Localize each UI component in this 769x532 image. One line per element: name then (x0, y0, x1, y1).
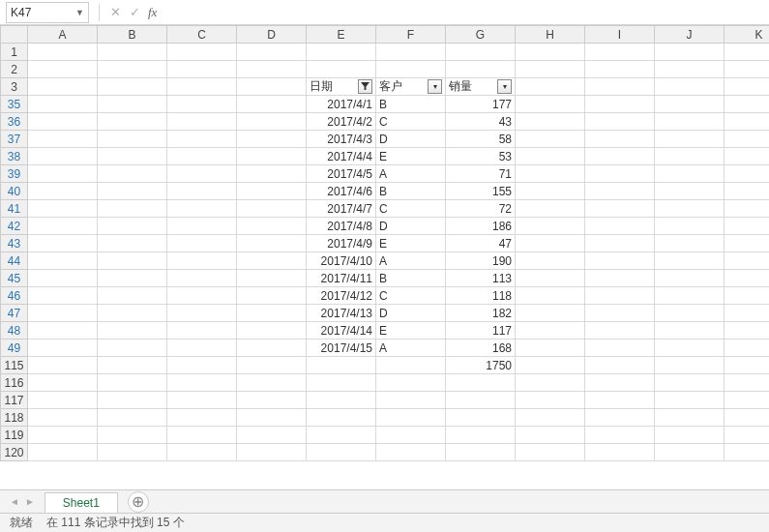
cell-C46[interactable] (167, 287, 237, 305)
cell-B116[interactable] (98, 374, 167, 392)
cell-A119[interactable] (28, 427, 98, 444)
cell-G39[interactable]: 71 (446, 165, 516, 183)
cell-E37[interactable]: 2017/4/3 (307, 131, 376, 148)
cell-B43[interactable] (98, 235, 167, 252)
cell-F117[interactable] (376, 392, 446, 409)
row-header-38[interactable]: 38 (1, 148, 28, 165)
cell-H1[interactable] (516, 44, 585, 61)
cell-E1[interactable] (307, 44, 376, 61)
cell-D118[interactable] (237, 409, 307, 427)
cell-B40[interactable] (98, 183, 167, 200)
cell-J116[interactable] (655, 374, 725, 392)
cell-F38[interactable]: E (376, 148, 446, 165)
cell-D116[interactable] (237, 374, 307, 392)
cell-G2[interactable] (446, 61, 516, 78)
cell-J38[interactable] (655, 148, 725, 165)
row-header-44[interactable]: 44 (1, 252, 28, 270)
cell-C44[interactable] (167, 252, 237, 270)
cell-K115[interactable] (725, 357, 770, 374)
cell-H41[interactable] (516, 200, 585, 218)
cell-K47[interactable] (725, 305, 770, 322)
cell-H36[interactable] (516, 113, 585, 131)
cell-E39[interactable]: 2017/4/5 (307, 165, 376, 183)
cell-D47[interactable] (237, 305, 307, 322)
cell-H116[interactable] (516, 374, 585, 392)
cell-H45[interactable] (516, 270, 585, 287)
cell-K118[interactable] (725, 409, 770, 427)
row-header-35[interactable]: 35 (1, 96, 28, 113)
cell-B39[interactable] (98, 165, 167, 183)
cell-G119[interactable] (446, 427, 516, 444)
cell-K39[interactable] (725, 165, 770, 183)
cell-F37[interactable]: D (376, 131, 446, 148)
cell-F47[interactable]: D (376, 305, 446, 322)
cell-E2[interactable] (307, 61, 376, 78)
cell-F115[interactable] (376, 357, 446, 374)
cell-G38[interactable]: 53 (446, 148, 516, 165)
cell-C117[interactable] (167, 392, 237, 409)
spreadsheet-grid[interactable]: ABCDEFGHIJK123日期客户▾销量▾352017/4/1B1773620… (0, 25, 769, 489)
cell-A47[interactable] (28, 305, 98, 322)
cell-I115[interactable] (585, 357, 655, 374)
cell-B37[interactable] (98, 131, 167, 148)
cell-D48[interactable] (237, 322, 307, 340)
cell-J44[interactable] (655, 252, 725, 270)
cell-B49[interactable] (98, 340, 167, 357)
col-header-I[interactable]: I (585, 26, 655, 44)
cell-K117[interactable] (725, 392, 770, 409)
cell-H42[interactable] (516, 218, 585, 235)
cell-B42[interactable] (98, 218, 167, 235)
row-header-40[interactable]: 40 (1, 183, 28, 200)
cell-D41[interactable] (237, 200, 307, 218)
cell-D120[interactable] (237, 444, 307, 461)
cell-E118[interactable] (307, 409, 376, 427)
cell-F2[interactable] (376, 61, 446, 78)
cell-J35[interactable] (655, 96, 725, 113)
cell-H115[interactable] (516, 357, 585, 374)
cell-D38[interactable] (237, 148, 307, 165)
cell-H46[interactable] (516, 287, 585, 305)
cell-I48[interactable] (585, 322, 655, 340)
col-header-F[interactable]: F (376, 26, 446, 44)
cell-G47[interactable]: 182 (446, 305, 516, 322)
cell-J117[interactable] (655, 392, 725, 409)
cell-I119[interactable] (585, 427, 655, 444)
cell-F1[interactable] (376, 44, 446, 61)
cell-C1[interactable] (167, 44, 237, 61)
cell-B119[interactable] (98, 427, 167, 444)
cell-F118[interactable] (376, 409, 446, 427)
cell-B117[interactable] (98, 392, 167, 409)
cell-E42[interactable]: 2017/4/8 (307, 218, 376, 235)
cell-H37[interactable] (516, 131, 585, 148)
cell-H40[interactable] (516, 183, 585, 200)
cell-F119[interactable] (376, 427, 446, 444)
cell-G3[interactable]: 销量▾ (446, 78, 516, 96)
cell-H38[interactable] (516, 148, 585, 165)
cell-G44[interactable]: 190 (446, 252, 516, 270)
filter-customer-button[interactable]: ▾ (428, 79, 442, 94)
cell-C49[interactable] (167, 340, 237, 357)
col-header-D[interactable]: D (237, 26, 307, 44)
cell-H2[interactable] (516, 61, 585, 78)
cell-E45[interactable]: 2017/4/11 (307, 270, 376, 287)
cell-J119[interactable] (655, 427, 725, 444)
cell-E46[interactable]: 2017/4/12 (307, 287, 376, 305)
cell-D115[interactable] (237, 357, 307, 374)
cell-B41[interactable] (98, 200, 167, 218)
cell-H47[interactable] (516, 305, 585, 322)
col-header-E[interactable]: E (307, 26, 376, 44)
cell-E3[interactable]: 日期 (307, 78, 376, 96)
cell-H119[interactable] (516, 427, 585, 444)
cell-F42[interactable]: D (376, 218, 446, 235)
cell-J49[interactable] (655, 340, 725, 357)
cell-K45[interactable] (725, 270, 770, 287)
cell-J48[interactable] (655, 322, 725, 340)
cell-C36[interactable] (167, 113, 237, 131)
cell-F41[interactable]: C (376, 200, 446, 218)
row-header-36[interactable]: 36 (1, 113, 28, 131)
cell-K2[interactable] (725, 61, 770, 78)
cell-A42[interactable] (28, 218, 98, 235)
cell-J39[interactable] (655, 165, 725, 183)
cell-A39[interactable] (28, 165, 98, 183)
cell-E41[interactable]: 2017/4/7 (307, 200, 376, 218)
